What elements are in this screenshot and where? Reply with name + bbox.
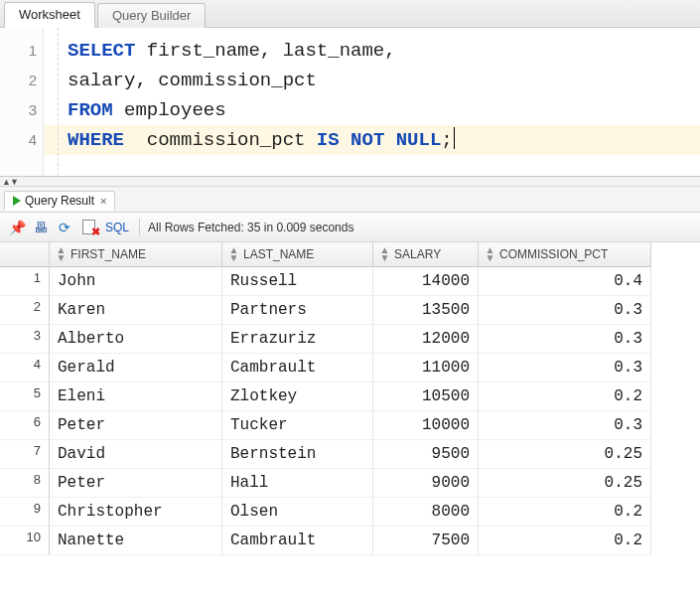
column-header-label: FIRST_NAME bbox=[70, 247, 146, 261]
grid-cell[interactable]: Olsen bbox=[222, 498, 373, 527]
code-line[interactable]: salary, commission_pct bbox=[44, 66, 700, 95]
grid-cell[interactable]: 0.25 bbox=[479, 469, 651, 498]
grid-cell[interactable]: 0.3 bbox=[479, 325, 651, 354]
row-number: 9 bbox=[0, 498, 50, 527]
run-icon bbox=[13, 196, 21, 206]
refresh-icon[interactable]: ⟳ bbox=[56, 219, 73, 236]
row-number: 3 bbox=[0, 325, 50, 354]
column-header[interactable]: ▲▼COMMISSION_PCT bbox=[479, 242, 651, 267]
grid-cell[interactable]: Russell bbox=[222, 267, 373, 296]
grid-cell[interactable]: 10500 bbox=[373, 382, 479, 411]
row-number: 2 bbox=[0, 296, 50, 325]
grid-cell[interactable]: 13500 bbox=[373, 296, 479, 325]
sql-link[interactable]: SQL bbox=[103, 221, 131, 234]
grid-cell[interactable]: 0.3 bbox=[479, 354, 651, 382]
column-header[interactable]: ▲▼LAST_NAME bbox=[222, 242, 373, 267]
code-line[interactable]: FROM employees bbox=[44, 95, 700, 125]
grid-cell[interactable]: Peter bbox=[50, 469, 222, 498]
results-grid[interactable]: ▲▼FIRST_NAME▲▼LAST_NAME▲▼SALARY▲▼COMMISS… bbox=[0, 242, 700, 555]
row-number: 10 bbox=[0, 527, 50, 555]
grid-cell[interactable]: Bernstein bbox=[222, 440, 373, 469]
editor-tabbar: Worksheet Query Builder bbox=[0, 0, 700, 28]
row-number: 8 bbox=[0, 469, 50, 498]
grid-cell[interactable]: 7500 bbox=[373, 527, 479, 555]
grid-cell[interactable]: Nanette bbox=[50, 527, 222, 555]
column-header[interactable]: ▲▼SALARY bbox=[373, 242, 479, 267]
column-header-label: COMMISSION_PCT bbox=[499, 247, 608, 261]
column-header-label: LAST_NAME bbox=[243, 247, 314, 261]
editor-margin-guide bbox=[58, 28, 59, 176]
sort-icon: ▲▼ bbox=[56, 246, 67, 262]
row-number: 5 bbox=[0, 382, 50, 411]
column-header-label: SALARY bbox=[394, 247, 441, 261]
grid-cell[interactable]: Errazuriz bbox=[222, 325, 373, 354]
sort-icon: ▲▼ bbox=[485, 246, 495, 262]
grid-cell[interactable]: 0.2 bbox=[479, 527, 651, 555]
pane-splitter[interactable]: ▲▼ bbox=[0, 177, 700, 187]
grid-cell[interactable]: 0.4 bbox=[479, 267, 651, 296]
close-icon[interactable]: × bbox=[98, 195, 108, 207]
grid-cell[interactable]: Peter bbox=[50, 411, 222, 440]
grid-cell[interactable]: Tucker bbox=[222, 411, 373, 440]
grid-cell[interactable]: Karen bbox=[50, 296, 222, 325]
gutter-line-number: 1 bbox=[0, 36, 37, 66]
editor-code-area[interactable]: SELECT first_name, last_name,salary, com… bbox=[44, 28, 700, 176]
grid-cell[interactable]: Hall bbox=[222, 469, 373, 498]
grid-cell[interactable]: 0.3 bbox=[479, 296, 651, 325]
grid-cell[interactable]: 8000 bbox=[373, 498, 479, 527]
row-number: 6 bbox=[0, 411, 50, 440]
grid-corner bbox=[0, 242, 50, 267]
pin-icon[interactable]: 📌 bbox=[8, 219, 26, 236]
grid-cell[interactable]: Gerald bbox=[50, 354, 222, 382]
result-tabbar: Query Result × bbox=[0, 187, 700, 213]
grid-cell[interactable]: 0.3 bbox=[479, 411, 651, 440]
code-line[interactable]: SELECT first_name, last_name, bbox=[44, 36, 700, 66]
gutter-line-number: 3 bbox=[0, 95, 37, 125]
row-number: 7 bbox=[0, 440, 50, 469]
editor-gutter: 1234 bbox=[0, 28, 44, 176]
tab-query-builder[interactable]: Query Builder bbox=[97, 3, 206, 28]
grid-cell[interactable]: 11000 bbox=[373, 354, 479, 382]
grid-cell[interactable]: 9500 bbox=[373, 440, 479, 469]
tab-worksheet[interactable]: Worksheet bbox=[4, 2, 95, 28]
grid-cell[interactable]: David bbox=[50, 440, 222, 469]
grid-cell[interactable]: 9000 bbox=[373, 469, 479, 498]
grid-cell[interactable]: 0.2 bbox=[479, 498, 651, 527]
grid-cell[interactable]: 10000 bbox=[373, 411, 479, 440]
clear-results-icon[interactable]: ✖ bbox=[79, 219, 97, 236]
sort-icon: ▲▼ bbox=[379, 246, 390, 262]
grid-cell[interactable]: Cambrault bbox=[222, 354, 373, 382]
text-cursor bbox=[454, 127, 456, 149]
gutter-line-number: 4 bbox=[0, 125, 37, 155]
grid-cell[interactable]: Partners bbox=[222, 296, 373, 325]
column-header[interactable]: ▲▼FIRST_NAME bbox=[50, 242, 222, 267]
row-number: 4 bbox=[0, 354, 50, 382]
sort-icon: ▲▼ bbox=[228, 246, 239, 262]
grid-cell[interactable]: 0.25 bbox=[479, 440, 651, 469]
toolbar-separator bbox=[139, 219, 140, 236]
gutter-line-number: 2 bbox=[0, 66, 37, 95]
grid-cell[interactable]: Christopher bbox=[50, 498, 222, 527]
fetch-status: All Rows Fetched: 35 in 0.009 seconds bbox=[148, 221, 353, 234]
splitter-handle-icon: ▲▼ bbox=[2, 177, 18, 187]
grid-cell[interactable]: 14000 bbox=[373, 267, 479, 296]
print-icon[interactable]: 🖶 bbox=[32, 219, 50, 236]
sql-editor[interactable]: 1234 SELECT first_name, last_name,salary… bbox=[0, 28, 700, 177]
result-toolbar: 📌 🖶 ⟳ ✖ SQL All Rows Fetched: 35 in 0.00… bbox=[0, 213, 700, 242]
grid-cell[interactable]: Cambrault bbox=[222, 527, 373, 555]
result-tab-label: Query Result bbox=[25, 194, 94, 208]
grid-cell[interactable]: Zlotkey bbox=[222, 382, 373, 411]
grid-cell[interactable]: 0.2 bbox=[479, 382, 651, 411]
code-line[interactable]: WHERE commission_pct IS NOT NULL; bbox=[44, 125, 700, 155]
grid-cell[interactable]: Eleni bbox=[50, 382, 222, 411]
grid-cell[interactable]: John bbox=[50, 267, 222, 296]
row-number: 1 bbox=[0, 267, 50, 296]
tab-query-result[interactable]: Query Result × bbox=[4, 191, 115, 211]
grid-cell[interactable]: Alberto bbox=[50, 325, 222, 354]
grid-cell[interactable]: 12000 bbox=[373, 325, 479, 354]
